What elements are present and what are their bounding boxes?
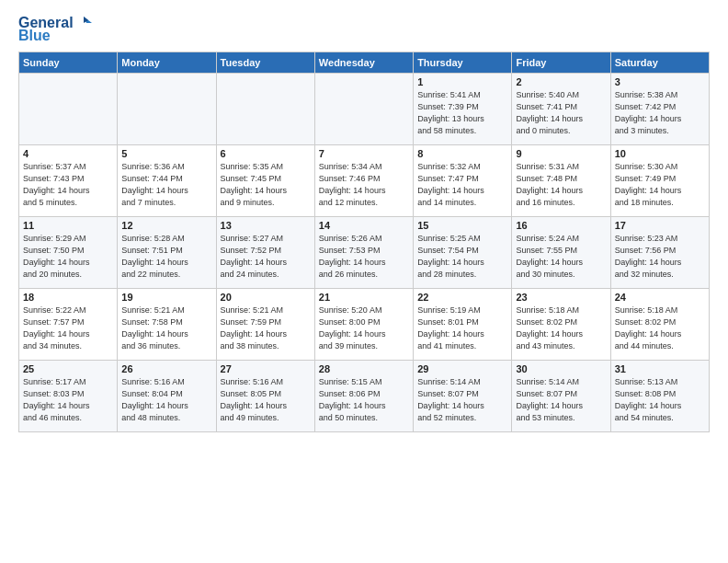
day-cell: 29Sunrise: 5:14 AM Sunset: 8:07 PM Dayli… — [414, 361, 512, 432]
day-cell: 21Sunrise: 5:20 AM Sunset: 8:00 PM Dayli… — [314, 289, 413, 361]
day-cell: 27Sunrise: 5:16 AM Sunset: 8:05 PM Dayli… — [216, 361, 314, 432]
day-cell: 10Sunrise: 5:30 AM Sunset: 7:49 PM Dayli… — [610, 145, 709, 217]
col-header-friday: Friday — [512, 52, 610, 74]
day-cell: 31Sunrise: 5:13 AM Sunset: 8:08 PM Dayli… — [610, 361, 709, 432]
day-cell — [314, 74, 413, 145]
day-cell: 26Sunrise: 5:16 AM Sunset: 8:04 PM Dayli… — [118, 361, 216, 432]
day-number: 19 — [121, 292, 211, 303]
day-cell: 12Sunrise: 5:28 AM Sunset: 7:51 PM Dayli… — [118, 217, 216, 289]
day-number: 24 — [615, 292, 705, 303]
col-header-tuesday: Tuesday — [216, 52, 314, 74]
day-number: 3 — [615, 76, 705, 87]
week-row-1: 1Sunrise: 5:41 AM Sunset: 7:39 PM Daylig… — [19, 74, 710, 145]
day-cell: 14Sunrise: 5:26 AM Sunset: 7:53 PM Dayli… — [314, 217, 413, 289]
header: General Blue — [18, 15, 710, 44]
col-header-saturday: Saturday — [610, 52, 709, 74]
day-cell: 6Sunrise: 5:35 AM Sunset: 7:45 PM Daylig… — [216, 145, 314, 217]
day-number: 1 — [417, 76, 507, 87]
col-header-thursday: Thursday — [414, 52, 512, 74]
day-number: 29 — [417, 363, 507, 374]
day-info: Sunrise: 5:15 AM Sunset: 8:06 PM Dayligh… — [319, 376, 409, 424]
day-number: 31 — [615, 363, 705, 374]
logo-blue: Blue — [18, 28, 51, 44]
day-cell: 1Sunrise: 5:41 AM Sunset: 7:39 PM Daylig… — [414, 74, 512, 145]
day-number: 7 — [319, 148, 409, 159]
day-cell: 9Sunrise: 5:31 AM Sunset: 7:48 PM Daylig… — [512, 145, 610, 217]
day-info: Sunrise: 5:23 AM Sunset: 7:56 PM Dayligh… — [615, 233, 705, 281]
day-info: Sunrise: 5:28 AM Sunset: 7:51 PM Dayligh… — [121, 233, 211, 281]
day-cell: 13Sunrise: 5:27 AM Sunset: 7:52 PM Dayli… — [216, 217, 314, 289]
day-cell: 4Sunrise: 5:37 AM Sunset: 7:43 PM Daylig… — [19, 145, 118, 217]
day-cell: 17Sunrise: 5:23 AM Sunset: 7:56 PM Dayli… — [610, 217, 709, 289]
day-info: Sunrise: 5:27 AM Sunset: 7:52 PM Dayligh… — [221, 233, 311, 281]
day-number: 10 — [615, 148, 705, 159]
calendar-table: SundayMondayTuesdayWednesdayThursdayFrid… — [18, 52, 710, 432]
day-number: 18 — [23, 292, 113, 303]
day-number: 26 — [121, 363, 211, 374]
day-info: Sunrise: 5:14 AM Sunset: 8:07 PM Dayligh… — [417, 376, 507, 424]
day-info: Sunrise: 5:18 AM Sunset: 8:02 PM Dayligh… — [615, 304, 705, 352]
day-info: Sunrise: 5:36 AM Sunset: 7:44 PM Dayligh… — [121, 161, 211, 209]
day-info: Sunrise: 5:34 AM Sunset: 7:46 PM Dayligh… — [319, 161, 409, 209]
logo-bird-icon — [75, 15, 92, 31]
day-cell — [118, 74, 216, 145]
day-number: 8 — [417, 148, 507, 159]
day-number: 23 — [516, 292, 606, 303]
day-number: 6 — [221, 148, 311, 159]
day-info: Sunrise: 5:41 AM Sunset: 7:39 PM Dayligh… — [417, 89, 507, 137]
day-number: 16 — [516, 220, 606, 231]
day-number: 14 — [319, 220, 409, 231]
day-info: Sunrise: 5:13 AM Sunset: 8:08 PM Dayligh… — [615, 376, 705, 424]
day-cell: 15Sunrise: 5:25 AM Sunset: 7:54 PM Dayli… — [414, 217, 512, 289]
day-cell: 23Sunrise: 5:18 AM Sunset: 8:02 PM Dayli… — [512, 289, 610, 361]
day-number: 12 — [121, 220, 211, 231]
day-cell: 7Sunrise: 5:34 AM Sunset: 7:46 PM Daylig… — [314, 145, 413, 217]
day-number: 9 — [516, 148, 606, 159]
day-info: Sunrise: 5:24 AM Sunset: 7:55 PM Dayligh… — [516, 233, 606, 281]
day-number: 15 — [417, 220, 507, 231]
day-info: Sunrise: 5:35 AM Sunset: 7:45 PM Dayligh… — [221, 161, 311, 209]
day-cell: 22Sunrise: 5:19 AM Sunset: 8:01 PM Dayli… — [414, 289, 512, 361]
day-info: Sunrise: 5:20 AM Sunset: 8:00 PM Dayligh… — [319, 304, 409, 352]
day-cell: 24Sunrise: 5:18 AM Sunset: 8:02 PM Dayli… — [610, 289, 709, 361]
day-info: Sunrise: 5:16 AM Sunset: 8:04 PM Dayligh… — [121, 376, 211, 424]
day-info: Sunrise: 5:21 AM Sunset: 7:59 PM Dayligh… — [221, 304, 311, 352]
day-info: Sunrise: 5:25 AM Sunset: 7:54 PM Dayligh… — [417, 233, 507, 281]
day-number: 5 — [121, 148, 211, 159]
day-cell: 19Sunrise: 5:21 AM Sunset: 7:58 PM Dayli… — [118, 289, 216, 361]
day-info: Sunrise: 5:29 AM Sunset: 7:50 PM Dayligh… — [23, 233, 113, 281]
day-number: 4 — [23, 148, 113, 159]
day-info: Sunrise: 5:38 AM Sunset: 7:42 PM Dayligh… — [615, 89, 705, 137]
day-info: Sunrise: 5:18 AM Sunset: 8:02 PM Dayligh… — [516, 304, 606, 352]
day-number: 21 — [319, 292, 409, 303]
page: General Blue SundayMondayTuesdayWednesda… — [0, 0, 728, 563]
day-cell — [216, 74, 314, 145]
day-info: Sunrise: 5:14 AM Sunset: 8:07 PM Dayligh… — [516, 376, 606, 424]
logo: General Blue — [18, 15, 92, 44]
day-info: Sunrise: 5:17 AM Sunset: 8:03 PM Dayligh… — [23, 376, 113, 424]
day-number: 13 — [221, 220, 311, 231]
col-header-sunday: Sunday — [19, 52, 118, 74]
day-number: 20 — [221, 292, 311, 303]
day-cell: 11Sunrise: 5:29 AM Sunset: 7:50 PM Dayli… — [19, 217, 118, 289]
day-info: Sunrise: 5:30 AM Sunset: 7:49 PM Dayligh… — [615, 161, 705, 209]
day-number: 30 — [516, 363, 606, 374]
header-row: SundayMondayTuesdayWednesdayThursdayFrid… — [19, 52, 710, 74]
day-cell: 8Sunrise: 5:32 AM Sunset: 7:47 PM Daylig… — [414, 145, 512, 217]
day-number: 27 — [221, 363, 311, 374]
day-cell: 18Sunrise: 5:22 AM Sunset: 7:57 PM Dayli… — [19, 289, 118, 361]
day-cell: 28Sunrise: 5:15 AM Sunset: 8:06 PM Dayli… — [314, 361, 413, 432]
week-row-5: 25Sunrise: 5:17 AM Sunset: 8:03 PM Dayli… — [19, 361, 710, 432]
day-number: 17 — [615, 220, 705, 231]
day-info: Sunrise: 5:26 AM Sunset: 7:53 PM Dayligh… — [319, 233, 409, 281]
day-number: 22 — [417, 292, 507, 303]
day-info: Sunrise: 5:37 AM Sunset: 7:43 PM Dayligh… — [23, 161, 113, 209]
day-cell — [19, 74, 118, 145]
day-number: 2 — [516, 76, 606, 87]
day-info: Sunrise: 5:21 AM Sunset: 7:58 PM Dayligh… — [121, 304, 211, 352]
day-info: Sunrise: 5:16 AM Sunset: 8:05 PM Dayligh… — [221, 376, 311, 424]
week-row-3: 11Sunrise: 5:29 AM Sunset: 7:50 PM Dayli… — [19, 217, 710, 289]
day-number: 25 — [23, 363, 113, 374]
day-info: Sunrise: 5:22 AM Sunset: 7:57 PM Dayligh… — [23, 304, 113, 352]
col-header-wednesday: Wednesday — [314, 52, 413, 74]
